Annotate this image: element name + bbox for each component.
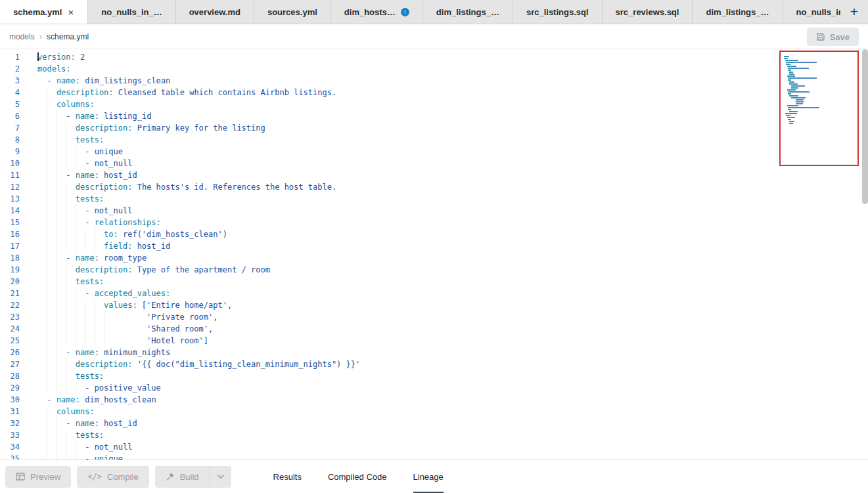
code-line-text: - positive_value <box>29 382 161 394</box>
code-token: - <box>66 419 75 428</box>
line-number: 18 <box>0 252 29 264</box>
code-line[interactable]: 33 tests: <box>0 429 868 441</box>
code-line[interactable]: 21 - accepted_values: <box>0 288 868 299</box>
code-line[interactable]: 17 field: host_id <box>0 240 868 252</box>
code-line[interactable]: 11 - name: host_id <box>0 169 868 181</box>
code-line[interactable]: 6 - name: listing_id <box>0 110 868 122</box>
code-line[interactable]: 23 'Private room', <box>0 311 868 323</box>
indent-guide <box>57 205 66 217</box>
editor-tab[interactable]: dim_listings_… <box>423 0 513 24</box>
code-line-text: - unique <box>29 453 123 460</box>
minimap-segment <box>790 89 796 91</box>
code-line[interactable]: 26 - name: minimum_nights <box>0 347 868 358</box>
tab-compiled-code[interactable]: Compiled Code <box>328 460 387 493</box>
minimap-segment <box>790 95 799 96</box>
code-line[interactable]: 2models: <box>0 63 868 75</box>
code-line[interactable]: 31 columns: <box>0 406 868 418</box>
code-line[interactable]: 14 - not_null <box>0 205 868 217</box>
indent-guide <box>47 169 56 181</box>
code-line[interactable]: 1version: 2 <box>0 51 868 63</box>
tab-results[interactable]: Results <box>273 460 302 493</box>
minimap-segment <box>790 83 798 85</box>
indent-guide <box>47 453 56 460</box>
code-line[interactable]: 16 to: ref('dim_hosts_clean') <box>0 228 868 240</box>
code-line[interactable]: 25 'Hotel room'] <box>0 335 868 347</box>
minimap-line <box>789 74 854 75</box>
editor-tab[interactable]: overview.md <box>176 0 254 24</box>
code-line-text: models: <box>29 63 71 75</box>
preview-button[interactable]: Preview <box>5 466 71 488</box>
line-number: 35 <box>0 453 29 460</box>
editor-tab[interactable]: sources.yml <box>254 0 331 24</box>
code-line[interactable]: 12 description: The hosts's id. Referenc… <box>0 181 868 193</box>
editor-tab[interactable]: dim_listings_… <box>693 0 783 24</box>
code-line[interactable]: 10 - not_null <box>0 158 868 169</box>
code-line[interactable]: 13 tests: <box>0 193 868 205</box>
new-tab-button[interactable]: + <box>840 0 868 24</box>
editor-tab[interactable]: schema.yml× <box>0 0 88 24</box>
indent-guide <box>37 394 47 406</box>
code-line-text: description: '{{ doc("dim_listing_clean_… <box>29 358 360 370</box>
compile-button[interactable]: </> Compile <box>77 466 148 488</box>
indent-guide <box>47 181 56 193</box>
code-line[interactable]: 22 values: ['Entire home/apt', <box>0 299 868 311</box>
build-button[interactable]: Build <box>155 466 210 488</box>
code-line[interactable]: 29 - positive_value <box>0 382 868 394</box>
tab-label: no_nulls_in_… <box>101 7 162 17</box>
indent-guide <box>57 347 66 358</box>
minimap[interactable] <box>779 51 859 166</box>
code-token: name: <box>76 171 99 180</box>
code-token: 'Hotel room'] <box>147 336 208 345</box>
indent-guide <box>47 146 56 158</box>
close-icon[interactable]: × <box>67 7 74 17</box>
code-line[interactable]: 8 tests: <box>0 134 868 146</box>
scrollbar-thumb[interactable] <box>862 49 868 204</box>
editor-tab[interactable]: src_reviews.sql <box>603 0 693 24</box>
code-line[interactable]: 7 description: Primary key for the listi… <box>0 122 868 134</box>
code-line[interactable]: 32 - name: host_id <box>0 418 868 429</box>
code-line[interactable]: 30 - name: dim_hosts_clean <box>0 394 868 406</box>
minimap-line <box>791 87 854 89</box>
save-button[interactable]: Save <box>807 28 859 46</box>
code-line[interactable]: 4 description: Cleansed table which cont… <box>0 87 868 98</box>
code-line[interactable]: 3 - name: dim_listings_clean <box>0 75 868 87</box>
editor-tab[interactable]: src_listings.sql <box>513 0 603 24</box>
indent-guide <box>37 311 47 323</box>
code-line[interactable]: 27 description: '{{ doc("dim_listing_cle… <box>0 358 868 370</box>
code-line[interactable]: 34 - not_null <box>0 441 868 453</box>
code-editor[interactable]: 1version: 22models:3 - name: dim_listing… <box>0 49 868 460</box>
build-dropdown-button[interactable] <box>210 466 231 488</box>
code-line[interactable]: 9 - unique <box>0 146 868 158</box>
tab-lineage[interactable]: Lineage <box>413 460 444 493</box>
indent-guide <box>37 217 47 228</box>
breadcrumb-item-models[interactable]: models <box>9 32 35 41</box>
code-line[interactable]: 20 tests: <box>0 276 868 288</box>
minimap-line <box>791 97 854 98</box>
code-token: 'Shared room', <box>147 324 213 333</box>
editor-tab[interactable]: no_nulls_in_… <box>88 0 175 24</box>
editor-tab[interactable]: dim_hosts…↑ <box>331 0 423 24</box>
code-line[interactable]: 19 description: Type of the apartment / … <box>0 264 868 276</box>
indent-guide <box>66 158 75 169</box>
minimap-line <box>789 123 854 124</box>
indent-guide <box>57 181 66 193</box>
code-token: models: <box>37 64 71 74</box>
minimap-line <box>787 117 854 118</box>
line-number: 5 <box>0 98 29 110</box>
editor-tab[interactable]: no_nulls_in_… <box>783 0 840 24</box>
code-line[interactable]: 18 - name: room_type <box>0 252 868 264</box>
code-line[interactable]: 24 'Shared room', <box>0 323 868 335</box>
code-line[interactable]: 35 - unique <box>0 453 868 460</box>
code-line[interactable]: 15 - relationships: <box>0 217 868 228</box>
indent-guide <box>66 240 75 252</box>
minimap-segment <box>790 81 794 83</box>
indent-guide <box>37 441 47 453</box>
code-line[interactable]: 5 columns: <box>0 98 868 110</box>
code-token: name: <box>57 395 80 404</box>
indent-guide <box>37 418 47 429</box>
code-token: tests: <box>76 277 104 286</box>
code-line[interactable]: 28 tests: <box>0 370 868 382</box>
indent-guide <box>95 228 104 240</box>
code-line-text: version: 2 <box>29 51 85 63</box>
line-number: 3 <box>0 75 29 87</box>
